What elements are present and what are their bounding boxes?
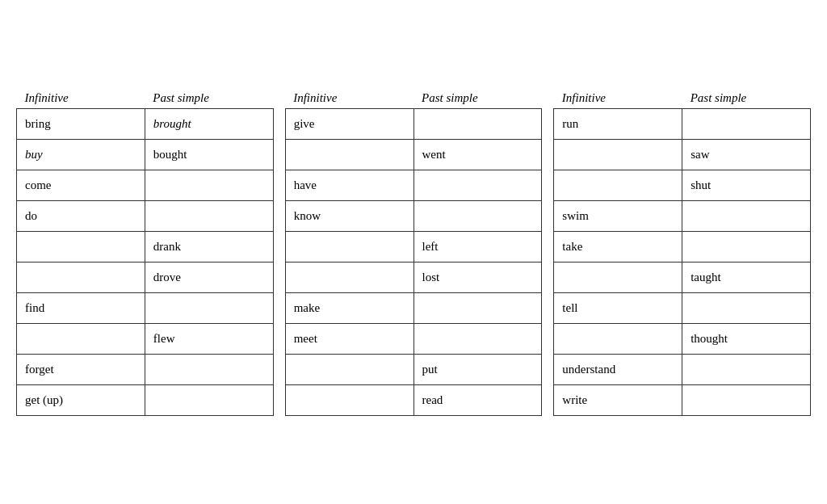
table-row: shut xyxy=(554,170,811,201)
table-row: left xyxy=(285,232,542,262)
table-row: saw xyxy=(554,140,811,170)
table-row: bringbrought xyxy=(17,109,274,140)
cell-inf-2-2 xyxy=(554,170,682,201)
cell-inf-0-9: get (up) xyxy=(17,385,145,416)
cell-inf-2-1 xyxy=(554,140,682,170)
cell-inf-0-1: buy xyxy=(17,140,145,170)
cell-past-0-8 xyxy=(145,355,273,385)
cell-past-1-1: went xyxy=(414,140,542,170)
cell-inf-0-6: find xyxy=(17,293,145,324)
table-row: taught xyxy=(554,262,811,293)
cell-past-0-0: brought xyxy=(145,109,273,140)
tables-wrapper: InfinitivePast simplebringbroughtbuyboug… xyxy=(16,88,811,416)
cell-inf-1-7: meet xyxy=(285,324,414,355)
table-row: find xyxy=(17,293,274,324)
cell-inf-2-0: run xyxy=(554,109,682,140)
cell-past-1-6 xyxy=(414,293,542,324)
cell-past-1-8: put xyxy=(414,355,542,385)
cell-inf-0-4 xyxy=(17,232,145,262)
cell-past-2-9 xyxy=(682,385,811,416)
cell-past-1-5: lost xyxy=(414,262,542,293)
cell-inf-2-8: understand xyxy=(554,355,682,385)
header-0-1: Past simple xyxy=(145,88,273,109)
cell-inf-0-0: bring xyxy=(17,109,145,140)
cell-inf-1-1 xyxy=(285,140,414,170)
cell-past-0-1: bought xyxy=(145,140,273,170)
header-2-0: Infinitive xyxy=(554,88,682,109)
table-row: give xyxy=(285,109,542,140)
table-row: understand xyxy=(554,355,811,385)
cell-past-0-9 xyxy=(145,385,273,416)
table-row: lost xyxy=(285,262,542,293)
cell-inf-2-3: swim xyxy=(554,201,682,232)
cell-inf-0-2: come xyxy=(17,170,145,201)
cell-inf-1-2: have xyxy=(285,170,414,201)
table-row: forget xyxy=(17,355,274,385)
table-row: run xyxy=(554,109,811,140)
cell-inf-1-8 xyxy=(285,355,414,385)
verb-table-1: InfinitivePast simplegivewenthaveknowlef… xyxy=(285,88,543,416)
table-row: drove xyxy=(17,262,274,293)
cell-past-0-5: drove xyxy=(145,262,273,293)
cell-past-1-0 xyxy=(414,109,542,140)
cell-past-1-9: read xyxy=(414,385,542,416)
table-row: read xyxy=(285,385,542,416)
cell-past-0-2 xyxy=(145,170,273,201)
table-row: meet xyxy=(285,324,542,355)
table-row: thought xyxy=(554,324,811,355)
verb-table-0: InfinitivePast simplebringbroughtbuyboug… xyxy=(16,88,274,416)
cell-inf-1-3: know xyxy=(285,201,414,232)
cell-inf-0-3: do xyxy=(17,201,145,232)
table-separator xyxy=(542,88,553,416)
cell-inf-2-5 xyxy=(554,262,682,293)
cell-past-0-3 xyxy=(145,201,273,232)
cell-past-1-7 xyxy=(414,324,542,355)
cell-past-0-7: flew xyxy=(145,324,273,355)
cell-inf-2-7 xyxy=(554,324,682,355)
cell-inf-2-4: take xyxy=(554,232,682,262)
cell-inf-1-4 xyxy=(285,232,414,262)
table-row: flew xyxy=(17,324,274,355)
cell-past-2-7: thought xyxy=(682,324,811,355)
cell-inf-0-7 xyxy=(17,324,145,355)
cell-inf-1-5 xyxy=(285,262,414,293)
cell-inf-2-9: write xyxy=(554,385,682,416)
table-row: write xyxy=(554,385,811,416)
cell-past-2-2: shut xyxy=(682,170,811,201)
cell-inf-1-9 xyxy=(285,385,414,416)
cell-inf-1-0: give xyxy=(285,109,414,140)
table-row: swim xyxy=(554,201,811,232)
cell-past-1-3 xyxy=(414,201,542,232)
table-row: come xyxy=(17,170,274,201)
cell-past-2-8 xyxy=(682,355,811,385)
cell-inf-0-5 xyxy=(17,262,145,293)
table-row: get (up) xyxy=(17,385,274,416)
table-row: went xyxy=(285,140,542,170)
cell-past-1-4: left xyxy=(414,232,542,262)
table-row: take xyxy=(554,232,811,262)
cell-inf-2-6: tell xyxy=(554,293,682,324)
table-row: have xyxy=(285,170,542,201)
table-row: buybought xyxy=(17,140,274,170)
cell-past-2-1: saw xyxy=(682,140,811,170)
cell-inf-1-6: make xyxy=(285,293,414,324)
table-row: tell xyxy=(554,293,811,324)
table-row: put xyxy=(285,355,542,385)
table-row: know xyxy=(285,201,542,232)
header-1-1: Past simple xyxy=(414,88,542,109)
cell-past-2-6 xyxy=(682,293,811,324)
table-row: do xyxy=(17,201,274,232)
table-separator xyxy=(274,88,285,416)
cell-past-0-4: drank xyxy=(145,232,273,262)
table-row: make xyxy=(285,293,542,324)
cell-past-2-4 xyxy=(682,232,811,262)
cell-past-0-6 xyxy=(145,293,273,324)
cell-past-2-5: taught xyxy=(682,262,811,293)
cell-past-2-0 xyxy=(682,109,811,140)
page-container: InfinitivePast simplebringbroughtbuyboug… xyxy=(0,74,827,430)
header-2-1: Past simple xyxy=(682,88,811,109)
header-1-0: Infinitive xyxy=(285,88,414,109)
verb-table-2: InfinitivePast simplerunsawshutswimtaket… xyxy=(553,88,811,416)
cell-past-2-3 xyxy=(682,201,811,232)
cell-inf-0-8: forget xyxy=(17,355,145,385)
